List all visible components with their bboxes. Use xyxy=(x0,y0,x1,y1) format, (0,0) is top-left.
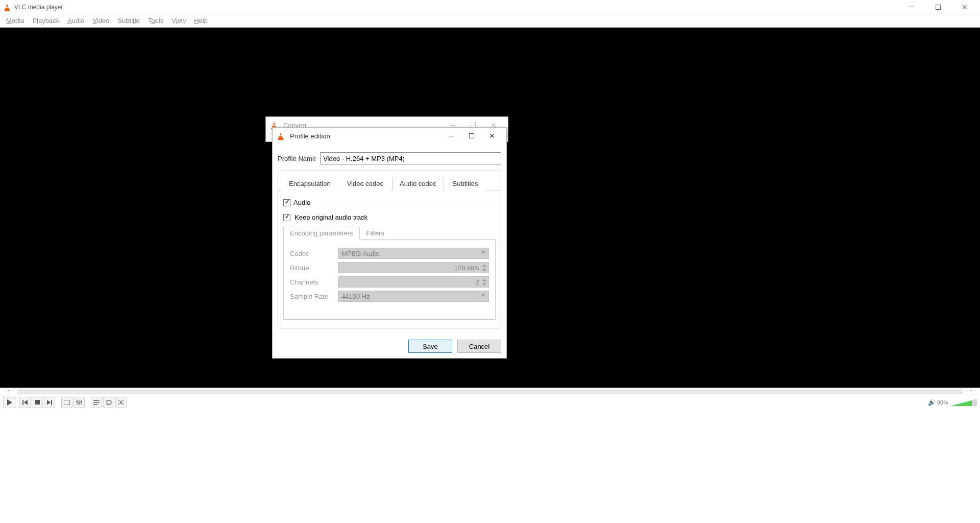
menu-view[interactable]: View xyxy=(167,16,190,26)
main-titlebar: VLC media player ✕ xyxy=(0,0,980,14)
tab-encapsulation[interactable]: Encapsulation xyxy=(281,177,338,191)
svg-rect-5 xyxy=(51,400,52,405)
spin-up-icon xyxy=(481,263,487,268)
video-canvas: Convert ✕ Profile edition ✕ Profile Name… xyxy=(0,28,980,388)
extended-settings-button[interactable] xyxy=(74,397,85,408)
profile-dialog-title: Profile edition xyxy=(290,132,441,140)
volume-percent: 80% xyxy=(937,399,948,406)
skip-back-icon xyxy=(22,400,28,405)
tab-audio-codec[interactable]: Audio codec xyxy=(392,177,444,191)
chevron-down-icon xyxy=(481,251,485,254)
chevron-down-icon xyxy=(481,294,485,297)
keep-original-label: Keep original audio track xyxy=(295,213,368,221)
next-button[interactable] xyxy=(44,397,55,408)
samplerate-value: 44100 Hz xyxy=(341,293,370,300)
fullscreen-icon xyxy=(64,400,70,405)
profile-edition-dialog: Profile edition ✕ Profile Name Encapsula… xyxy=(272,127,507,359)
sliders-icon xyxy=(76,400,82,405)
bitrate-value: 128 kb/s xyxy=(454,264,479,272)
skip-forward-icon xyxy=(47,400,52,405)
menu-subtitle[interactable]: Subtitle xyxy=(113,16,143,26)
close-button[interactable]: ✕ xyxy=(958,2,972,12)
audio-group-label: Audio xyxy=(293,199,310,206)
menu-audio[interactable]: Audio xyxy=(63,16,88,26)
spin-up-icon xyxy=(481,277,487,282)
spin-down-icon xyxy=(481,282,487,287)
menu-media[interactable]: Media xyxy=(2,16,28,26)
volume-slider[interactable] xyxy=(950,399,977,406)
shuffle-icon xyxy=(118,400,124,405)
vlc-cone-icon xyxy=(3,3,11,11)
bitrate-label: Bitrate xyxy=(290,264,333,272)
channels-value: 2 xyxy=(476,278,479,286)
audio-checkbox[interactable] xyxy=(283,199,290,206)
playlist-icon xyxy=(93,400,100,405)
svg-rect-3 xyxy=(35,400,40,405)
svg-rect-11 xyxy=(79,402,80,403)
play-button[interactable] xyxy=(3,397,16,408)
keep-original-checkbox[interactable] xyxy=(283,214,290,221)
play-icon xyxy=(7,399,12,406)
seek-slider[interactable] xyxy=(17,389,963,394)
svg-marker-4 xyxy=(47,400,51,405)
tab-video-codec[interactable]: Video codec xyxy=(339,177,391,191)
subtab-encoding-parameters[interactable]: Encoding parameters xyxy=(283,227,360,240)
cancel-button[interactable]: Cancel xyxy=(457,340,501,353)
menu-help[interactable]: Help xyxy=(190,16,212,26)
svg-marker-0 xyxy=(7,399,12,406)
app-title: VLC media player xyxy=(14,4,904,11)
stop-button[interactable] xyxy=(32,397,43,408)
spin-down-icon xyxy=(481,268,487,272)
profile-dialog-titlebar[interactable]: Profile edition ✕ xyxy=(273,128,506,144)
profile-name-label: Profile Name xyxy=(278,155,316,162)
bitrate-spinner: 128 kb/s xyxy=(338,262,489,273)
time-remaining: --:-- xyxy=(967,388,976,394)
time-elapsed: --:-- xyxy=(4,388,13,394)
controls-area: --:-- --:-- xyxy=(0,388,980,409)
minimize-button[interactable] xyxy=(904,2,919,12)
codec-label: Codec xyxy=(290,250,333,257)
channels-spinner: 2 xyxy=(338,276,489,288)
menubar: Media Playback Audio Video Subtitle Tool… xyxy=(0,14,980,28)
menu-tools[interactable]: Tools xyxy=(144,16,167,26)
vlc-cone-icon xyxy=(277,132,285,140)
svg-marker-2 xyxy=(24,400,28,405)
svg-rect-10 xyxy=(77,401,78,402)
save-button[interactable]: Save xyxy=(408,340,452,353)
subtab-filters[interactable]: Filters xyxy=(360,227,391,240)
fullscreen-button[interactable] xyxy=(61,397,72,408)
channels-label: Channels xyxy=(290,278,333,286)
stop-icon xyxy=(35,400,40,405)
menu-video[interactable]: Video xyxy=(88,16,113,26)
codec-select: MPEG Audio xyxy=(338,248,489,259)
maximize-button[interactable] xyxy=(931,2,945,12)
samplerate-label: Sample Rate xyxy=(290,293,333,300)
svg-rect-12 xyxy=(81,401,82,402)
profile-maximize-button[interactable] xyxy=(461,129,482,143)
shuffle-button[interactable] xyxy=(115,397,127,408)
svg-rect-1 xyxy=(22,400,23,405)
profile-name-input[interactable] xyxy=(320,152,501,164)
svg-marker-16 xyxy=(106,403,108,405)
playlist-button[interactable] xyxy=(91,397,102,408)
svg-rect-6 xyxy=(64,400,70,405)
tab-subtitles[interactable]: Subtitles xyxy=(445,177,486,191)
profile-minimize-button[interactable] xyxy=(441,129,461,143)
loop-icon xyxy=(106,400,112,405)
menu-playback[interactable]: Playback xyxy=(28,16,63,26)
codec-value: MPEG Audio xyxy=(341,250,379,257)
profile-tabs: Encapsulation Video codec Audio codec Su… xyxy=(278,174,501,191)
samplerate-select: 44100 Hz xyxy=(338,291,489,302)
previous-button[interactable] xyxy=(19,397,31,408)
loop-button[interactable] xyxy=(103,397,114,408)
speaker-icon[interactable]: 🔊 xyxy=(929,399,935,406)
profile-close-button[interactable]: ✕ xyxy=(482,129,502,143)
